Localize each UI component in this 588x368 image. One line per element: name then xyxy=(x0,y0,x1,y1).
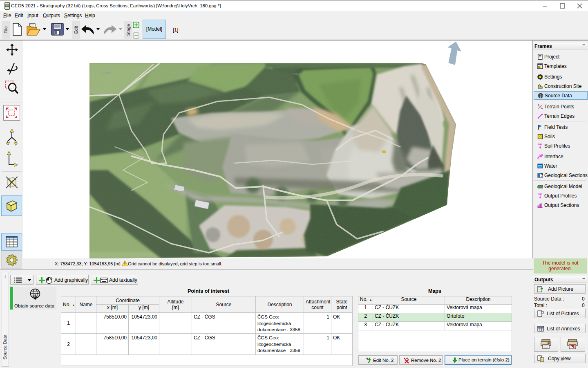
svg-text:1: 1 xyxy=(541,358,543,362)
